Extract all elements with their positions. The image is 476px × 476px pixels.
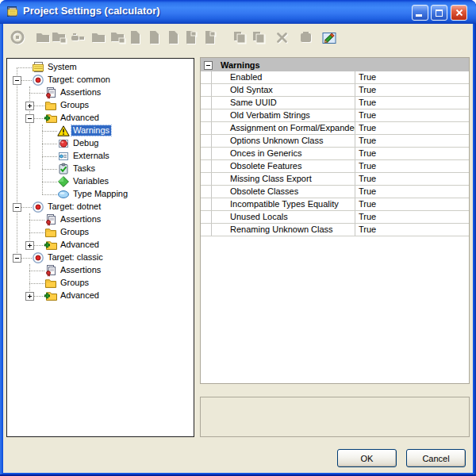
property-row[interactable]: Options Unknown ClassTrue (201, 135, 469, 148)
tree-item-advanced[interactable]: Advanced (7, 112, 194, 125)
property-value[interactable]: True (355, 71, 469, 83)
property-value[interactable]: True (355, 84, 469, 96)
row-indent (201, 224, 212, 236)
tree-item-target-classic[interactable]: Target: classic (7, 251, 194, 264)
tree-item-label: Groups (59, 100, 90, 110)
property-name[interactable]: Renaming Unknown Class (212, 224, 355, 236)
tree-connector (29, 271, 44, 271)
row-indent (201, 160, 212, 172)
property-row[interactable]: Old Verbatim StringsTrue (201, 109, 469, 122)
tree-item-groups[interactable]: Groups (7, 99, 194, 112)
property-row[interactable]: Same UUIDTrue (201, 97, 469, 109)
property-value[interactable]: True (355, 224, 469, 236)
tree-connector (42, 169, 57, 170)
property-row[interactable]: Assignment on Formal/ExpandedTrue (201, 122, 469, 135)
tree-item-warnings[interactable]: Warnings (7, 125, 194, 137)
property-name[interactable]: Options Unknown Class (212, 135, 355, 147)
property-row[interactable]: Missing Class ExportTrue (201, 173, 469, 186)
property-value[interactable]: True (355, 160, 469, 172)
property-value[interactable]: True (355, 109, 469, 121)
description-panel (200, 397, 470, 437)
tree-item-system[interactable]: System (7, 61, 194, 74)
tree-item-tasks[interactable]: Tasks (7, 163, 194, 175)
variables-icon (57, 175, 70, 188)
property-name[interactable]: Assignment on Formal/Expanded (212, 122, 355, 134)
tree-connector (42, 194, 57, 195)
property-row[interactable]: Obsolete FeaturesTrue (201, 160, 469, 173)
property-name[interactable]: Unused Locals (212, 211, 355, 223)
property-name[interactable]: Onces in Generics (212, 148, 355, 159)
property-name[interactable]: Old Verbatim Strings (212, 109, 355, 121)
category-collapse-icon[interactable] (204, 61, 213, 70)
close-button[interactable] (451, 5, 467, 21)
tree-item-advanced[interactable]: Advanced (7, 239, 194, 251)
tree-item-variables[interactable]: Variables (7, 175, 194, 188)
property-value[interactable]: True (355, 135, 469, 147)
property-name[interactable]: Incompatible Types Equality (212, 198, 355, 210)
row-indent (201, 109, 212, 121)
property-value[interactable]: True (355, 198, 469, 210)
page-icon-2 (146, 29, 162, 45)
property-row[interactable]: Unused LocalsTrue (201, 211, 469, 224)
minimize-button[interactable] (412, 5, 428, 21)
edit-pencil-icon[interactable] (322, 29, 338, 45)
tree-item-externals[interactable]: Externals (7, 150, 194, 163)
folder-move-icon (109, 29, 125, 45)
cancel-button[interactable]: Cancel (406, 449, 466, 467)
property-name[interactable]: Same UUID (212, 97, 355, 109)
tree-item-label: Assertions (59, 87, 102, 98)
maximize-button[interactable] (431, 5, 447, 21)
property-value[interactable]: True (355, 173, 469, 185)
expand-icon[interactable] (25, 241, 34, 250)
tree-item-assertions[interactable]: Assertions (7, 213, 194, 226)
title-bar[interactable]: Project Settings (calculator) (0, 0, 476, 24)
property-value[interactable]: True (355, 122, 469, 134)
tree-item-assertions[interactable]: Assertions (7, 86, 194, 99)
property-row[interactable]: Old SyntaxTrue (201, 84, 469, 97)
property-row[interactable]: Onces in GenericsTrue (201, 148, 469, 160)
property-name[interactable]: Obsolete Classes (212, 186, 355, 198)
property-name[interactable]: Missing Class Export (212, 173, 355, 185)
collapse-icon[interactable] (13, 254, 21, 263)
tree-item-advanced[interactable]: Advanced (7, 290, 194, 302)
tree-connector (29, 220, 44, 221)
property-value[interactable]: True (355, 211, 469, 223)
tree-connector (42, 182, 57, 182)
property-row[interactable]: Obsolete ClassesTrue (201, 186, 469, 198)
settings-tree[interactable]: SystemTarget: commonAssertionsGroupsAdva… (6, 58, 194, 437)
maximize-icon (436, 10, 443, 17)
property-name[interactable]: Enabled (212, 71, 355, 83)
expand-icon[interactable] (25, 292, 34, 301)
row-indent (201, 173, 212, 185)
copy-icon-1 (232, 29, 248, 45)
tree-item-label: Groups (59, 227, 90, 237)
tree-item-assertions[interactable]: Assertions (7, 264, 194, 277)
expand-icon[interactable] (25, 102, 34, 110)
tree-item-debug[interactable]: Debug (7, 137, 194, 150)
tree-item-target-dotnet[interactable]: Target: dotnet (7, 201, 194, 213)
property-row[interactable]: EnabledTrue (201, 71, 469, 84)
tree-item-type-mapping[interactable]: Type Mapping (7, 188, 194, 201)
collapse-icon[interactable] (25, 114, 34, 123)
collapse-icon[interactable] (13, 76, 21, 85)
category-row[interactable]: Warnings (201, 58, 469, 71)
splitter[interactable] (194, 58, 200, 437)
property-name[interactable]: Old Syntax (212, 84, 355, 96)
collapse-icon[interactable] (13, 203, 21, 212)
property-value[interactable]: True (355, 97, 469, 109)
tree-item-groups[interactable]: Groups (7, 277, 194, 290)
ok-button[interactable]: OK (337, 449, 397, 467)
property-name[interactable]: Obsolete Features (212, 160, 355, 172)
dialog-content: SystemTarget: commonAssertionsGroupsAdva… (3, 24, 473, 473)
tree-item-target-common[interactable]: Target: common (7, 74, 194, 86)
property-grid[interactable]: Warnings EnabledTrueOld SyntaxTrueSame U… (200, 57, 470, 384)
tree-item-label: Groups (59, 278, 90, 288)
property-value[interactable]: True (355, 148, 469, 159)
tree-connector (29, 93, 44, 94)
property-row[interactable]: Incompatible Types EqualityTrue (201, 198, 469, 211)
tree-item-groups[interactable]: Groups (7, 226, 194, 239)
property-row[interactable]: Renaming Unknown ClassTrue (201, 224, 469, 236)
property-value[interactable]: True (355, 186, 469, 198)
row-indent (201, 198, 212, 210)
rename-icon (70, 29, 86, 45)
